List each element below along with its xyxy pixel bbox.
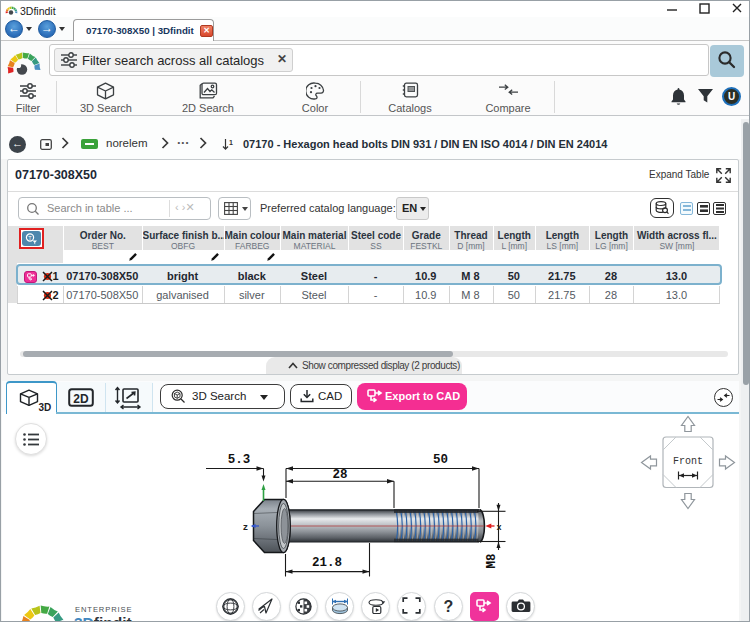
- svg-text:ENTERPRISE: ENTERPRISE: [75, 605, 133, 614]
- svg-text:2D: 2D: [73, 392, 89, 406]
- svg-text:M8: M8: [485, 553, 499, 568]
- svg-text:1: 1: [229, 139, 233, 146]
- svg-text:3D: 3D: [39, 402, 52, 413]
- svg-text:?: ?: [443, 598, 453, 615]
- svg-text:Front: Front: [673, 456, 703, 467]
- svg-text:3Dfindit: 3Dfindit: [74, 614, 132, 621]
- svg-text:x: x: [496, 523, 501, 533]
- svg-text:5.3: 5.3: [228, 453, 251, 467]
- svg-text:T: T: [28, 234, 32, 240]
- svg-text:z: z: [243, 523, 248, 533]
- svg-text:50: 50: [433, 453, 448, 467]
- svg-text:28: 28: [332, 468, 347, 482]
- svg-text:21.8: 21.8: [312, 556, 342, 570]
